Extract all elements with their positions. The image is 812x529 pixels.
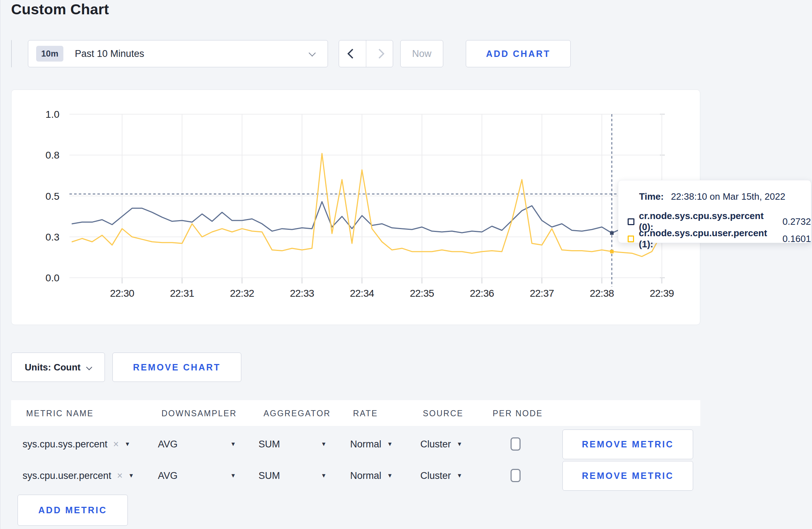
tooltip-series-value: 0.2732	[782, 216, 811, 227]
dropdown-arrow-icon: ▼	[321, 441, 327, 447]
now-button[interactable]: Now	[400, 40, 443, 67]
aggregator-select[interactable]: SUM ▼	[258, 469, 327, 482]
add-chart-button[interactable]: ADD CHART	[466, 40, 571, 67]
units-dropdown[interactable]: Units: Count	[11, 353, 105, 382]
tooltip-series-row: cr.node.sys.cpu.user.percent (1): 0.1601	[628, 228, 811, 250]
time-range-dropdown[interactable]: 10m Past 10 Minutes	[28, 40, 328, 67]
x-axis-label: 22:36	[470, 288, 494, 299]
y-axis-label: 0.5	[45, 191, 59, 202]
rate-select[interactable]: Normal ▼	[350, 469, 393, 482]
remove-chart-button[interactable]: REMOVE CHART	[112, 353, 241, 382]
col-header-metric-name: METRIC NAME	[26, 409, 94, 418]
dropdown-arrow-icon: ▼	[128, 472, 134, 479]
metrics-table-header: METRIC NAME DOWNSAMPLER AGGREGATOR RATE …	[11, 400, 700, 426]
remove-metric-button[interactable]: REMOVE METRIC	[562, 461, 693, 491]
dropdown-arrow-icon: ▼	[387, 441, 393, 447]
metric-name-value: sys.cpu.sys.percent	[23, 439, 107, 450]
per-node-checkbox[interactable]	[511, 469, 521, 482]
rate-select[interactable]: Normal ▼	[350, 438, 393, 451]
chevron-down-icon	[309, 49, 316, 57]
x-axis-label: 22:33	[290, 288, 314, 299]
col-header-source: SOURCE	[423, 409, 463, 418]
hover-point	[610, 250, 614, 253]
metric-name-select[interactable]: sys.cpu.user.percent × ▼	[23, 469, 134, 482]
chart-tooltip: Time:22:38:10 on Mar 15th, 2022 cr.node.…	[618, 180, 811, 243]
col-header-rate: RATE	[353, 409, 378, 418]
source-select[interactable]: Cluster ▼	[420, 438, 462, 451]
cpu-usage-chart[interactable]: 0.00.30.50.81.022:3022:3122:3222:3322:34…	[11, 90, 701, 325]
user-series-swatch-icon	[628, 236, 634, 242]
dropdown-arrow-icon: ▼	[230, 441, 236, 447]
dropdown-arrow-icon: ▼	[387, 472, 393, 479]
x-axis-label: 22:34	[350, 288, 374, 299]
tooltip-time-row: Time:22:38:10 on Mar 15th, 2022	[639, 191, 785, 202]
toolbar-divider	[11, 40, 12, 67]
chevron-left-icon	[347, 49, 357, 59]
sys-series-swatch-icon	[628, 218, 634, 225]
tooltip-series-label: cr.node.sys.cpu.user.percent (1):	[639, 228, 776, 250]
hover-point	[610, 231, 614, 235]
units-label: Units: Count	[25, 362, 81, 373]
page-title: Custom Chart	[11, 1, 109, 18]
series-line	[72, 202, 662, 233]
remove-metric-button[interactable]: REMOVE METRIC	[562, 429, 693, 459]
dropdown-arrow-icon: ▼	[125, 441, 130, 447]
time-range-badge: 10m	[36, 46, 63, 62]
chevron-down-icon	[86, 364, 92, 370]
y-axis-label: 1.0	[45, 109, 59, 120]
tooltip-time-label: Time:	[639, 191, 664, 202]
source-value: Cluster	[420, 470, 451, 481]
aggregator-value: SUM	[258, 439, 280, 450]
downsampler-value: AVG	[158, 439, 178, 450]
dropdown-arrow-icon: ▼	[230, 472, 236, 479]
clear-metric-icon[interactable]: ×	[113, 439, 119, 450]
add-metric-button[interactable]: ADD METRIC	[18, 495, 128, 526]
x-axis-label: 22:37	[530, 288, 554, 299]
series-line	[72, 154, 662, 257]
chevron-right-icon	[374, 49, 385, 59]
x-axis-label: 22:38	[590, 288, 614, 299]
aggregator-value: SUM	[258, 470, 280, 481]
rate-value: Normal	[350, 470, 381, 481]
dropdown-arrow-icon: ▼	[321, 472, 327, 479]
time-range-label: Past 10 Minutes	[75, 48, 144, 59]
x-axis-label: 22:35	[410, 288, 434, 299]
tooltip-time-value: 22:38:10 on Mar 15th, 2022	[671, 191, 785, 202]
dropdown-arrow-icon: ▼	[457, 441, 463, 447]
dropdown-arrow-icon: ▼	[457, 472, 463, 479]
x-axis-label: 22:39	[650, 288, 674, 299]
rate-value: Normal	[350, 439, 381, 450]
col-header-aggregator: AGGREGATOR	[264, 409, 331, 418]
y-axis-label: 0.0	[45, 272, 59, 283]
y-axis-label: 0.8	[45, 150, 59, 161]
x-axis-label: 22:32	[230, 288, 254, 299]
col-header-downsampler: DOWNSAMPLER	[161, 409, 237, 418]
metric-name-select[interactable]: sys.cpu.sys.percent × ▼	[23, 438, 130, 451]
downsampler-select[interactable]: AVG ▼	[158, 438, 236, 451]
next-time-button[interactable]	[366, 40, 393, 67]
downsampler-select[interactable]: AVG ▼	[158, 469, 236, 482]
source-select[interactable]: Cluster ▼	[420, 469, 462, 482]
y-axis-label: 0.3	[45, 232, 59, 243]
tooltip-series-value: 0.1601	[782, 233, 811, 244]
x-axis-label: 22:31	[170, 288, 194, 299]
per-node-checkbox[interactable]	[511, 437, 521, 451]
downsampler-value: AVG	[158, 470, 178, 481]
clear-metric-icon[interactable]: ×	[117, 470, 123, 481]
source-value: Cluster	[420, 439, 451, 450]
time-nav-group	[339, 40, 393, 67]
prev-time-button[interactable]	[339, 40, 366, 67]
metric-name-value: sys.cpu.user.percent	[23, 470, 111, 481]
x-axis-label: 22:30	[110, 288, 134, 299]
col-header-per-node: PER NODE	[493, 409, 543, 418]
chart-panel: 0.00.30.50.81.022:3022:3122:3222:3322:34…	[11, 89, 700, 325]
aggregator-select[interactable]: SUM ▼	[258, 438, 327, 451]
